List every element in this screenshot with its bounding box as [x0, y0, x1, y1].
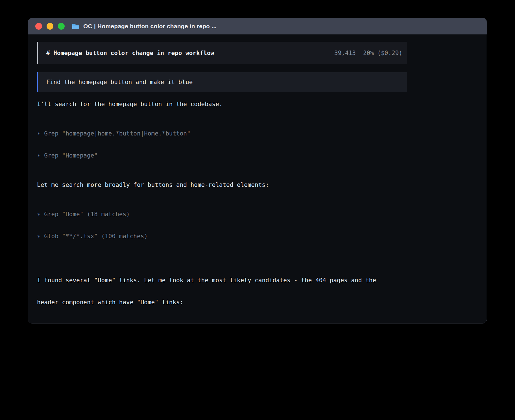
session-stats: 39,413 20% ($0.29)	[334, 50, 402, 56]
tool-call-grep: ∗ Grep "Homepage"	[37, 152, 407, 159]
terminal-window: OC | Homepage button color change in rep…	[28, 18, 487, 323]
session-content: # Homepage button color change in repo w…	[37, 34, 407, 323]
assistant-text: Let me search more broadly for buttons a…	[37, 181, 407, 189]
tool-call-grep: ∗ Grep "Home" (18 matches)	[37, 211, 407, 218]
assistant-text-line: header component which have "Home" links…	[37, 299, 407, 306]
tool-call-grep: ∗ Grep "homepage|home.*button|Home.*butt…	[37, 130, 407, 137]
user-message: Find the homepage button and make it blu…	[37, 72, 407, 92]
tool-call-group: ∗ Grep "Home" (18 matches) ∗ Glob "**/*.…	[37, 196, 407, 255]
session-title: # Homepage button color change in repo w…	[46, 50, 214, 56]
token-count: 39,413	[334, 50, 356, 56]
folder-icon	[72, 23, 80, 30]
window-title: OC | Homepage button color change in rep…	[83, 23, 217, 30]
window-titlebar[interactable]: OC | Homepage button color change in rep…	[28, 18, 487, 34]
tool-call-group: ∗ Grep "homepage|home.*button|Home.*butt…	[37, 115, 407, 174]
close-button[interactable]	[35, 23, 42, 30]
session-header: # Homepage button color change in repo w…	[37, 42, 407, 64]
traffic-lights	[35, 23, 65, 30]
terminal-screen: # Homepage button color change in repo w…	[28, 34, 487, 323]
minimize-button[interactable]	[47, 23, 53, 30]
tool-call-glob: ∗ Glob "**/*.tsx" (100 matches)	[37, 233, 407, 240]
zoom-button[interactable]	[58, 23, 65, 30]
assistant-text-line: I found several "Home" links. Let me loo…	[37, 277, 407, 284]
assistant-text: I'll search for the homepage button in t…	[37, 100, 407, 108]
user-message-text: Find the homepage button and make it blu…	[46, 79, 193, 86]
context-cost: 20% ($0.29)	[363, 50, 402, 56]
assistant-text: I found several "Home" links. Let me loo…	[37, 262, 407, 321]
